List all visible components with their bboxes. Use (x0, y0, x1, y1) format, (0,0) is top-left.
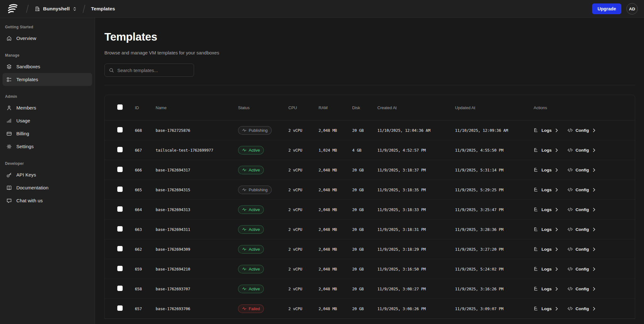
row-checkbox[interactable] (117, 167, 123, 172)
table-body: 668 base-1762725876 Publishing 2 vCPU 2,… (105, 120, 635, 319)
search-input[interactable] (117, 68, 190, 73)
credit-card-icon (6, 131, 12, 137)
logs-button[interactable]: Logs (534, 187, 558, 192)
cell-name: base-1762694313 (156, 207, 238, 212)
cell-cpu: 2 vCPU (288, 207, 319, 212)
logs-label: Logs (541, 187, 552, 192)
cell-cpu: 2 vCPU (288, 267, 319, 271)
sidebar-item-api-keys[interactable]: API Keys (3, 168, 92, 181)
sidebar-section-label: Developer (5, 161, 92, 166)
cell-updated-at: 11/9/2025, 3:16:26 PM (455, 287, 534, 291)
avatar[interactable]: AD (626, 3, 638, 14)
search-box (104, 64, 194, 77)
pulse-icon (242, 188, 247, 192)
config-button[interactable]: Config (568, 306, 596, 311)
config-button[interactable]: Config (568, 247, 596, 252)
logs-button[interactable]: Logs (534, 207, 558, 212)
sidebar-item-overview[interactable]: Overview (3, 32, 92, 45)
chevron-right-icon (592, 128, 596, 132)
pulse-icon (242, 307, 247, 310)
logs-label: Logs (541, 306, 552, 311)
row-checkbox[interactable] (117, 286, 123, 291)
cell-created-at: 11/9/2025, 3:18:35 PM (377, 187, 455, 192)
chat-icon (6, 198, 12, 204)
row-checkbox[interactable] (117, 305, 123, 311)
config-button[interactable]: Config (568, 227, 596, 232)
config-button[interactable]: Config (568, 286, 596, 291)
cell-updated-at: 11/9/2025, 5:31:14 PM (455, 168, 534, 172)
chevron-right-icon (592, 267, 596, 271)
row-checkbox[interactable] (117, 226, 123, 232)
logs-button[interactable]: Logs (534, 247, 558, 252)
code-icon (568, 148, 573, 153)
logs-button[interactable]: Logs (534, 266, 558, 271)
sidebar-item-billing[interactable]: Billing (3, 127, 92, 140)
cell-ram: 2,048 MB (319, 187, 352, 192)
row-checkbox[interactable] (117, 127, 123, 132)
config-button[interactable]: Config (568, 167, 596, 172)
cell-disk: 20 GB (352, 287, 377, 291)
logs-icon (534, 207, 539, 212)
cell-cpu: 2 vCPU (288, 128, 319, 133)
chevron-right-icon (554, 267, 558, 271)
sidebar-item-sandboxes[interactable]: Sandboxes (3, 60, 92, 73)
config-button[interactable]: Config (568, 207, 596, 212)
sidebar-item-templates[interactable]: Templates (3, 73, 92, 86)
cell-updated-at: 11/9/2025, 3:09:07 PM (455, 306, 534, 311)
row-checkbox[interactable] (117, 187, 123, 192)
cell-id: 665 (135, 187, 156, 192)
chevron-right-icon (592, 287, 596, 291)
templates-icon (6, 77, 12, 82)
breadcrumb-separator-icon (82, 4, 86, 14)
table-row: 659 base-1762694210 Active 2 vCPU 2,048 … (105, 259, 635, 279)
logs-button[interactable]: Logs (534, 128, 558, 133)
config-label: Config (575, 267, 589, 271)
logs-button[interactable]: Logs (534, 167, 558, 172)
status-badge: Publishing (238, 186, 272, 194)
cell-disk: 20 GB (352, 247, 377, 252)
cell-updated-at: 11/9/2025, 3:27:20 PM (455, 247, 534, 252)
home-icon (6, 36, 12, 41)
status-label: Active (249, 227, 260, 232)
logs-button[interactable]: Logs (534, 286, 558, 291)
sidebar-item-documentation[interactable]: Documentation (3, 181, 92, 194)
select-all-checkbox[interactable] (117, 104, 123, 110)
cell-cpu: 2 vCPU (288, 168, 319, 172)
status-label: Failed (249, 306, 260, 311)
row-checkbox[interactable] (117, 266, 123, 271)
config-button[interactable]: Config (568, 187, 596, 192)
logs-button[interactable]: Logs (534, 148, 558, 153)
config-button[interactable]: Config (568, 128, 596, 133)
config-label: Config (575, 148, 589, 153)
book-icon (6, 185, 12, 191)
config-button[interactable]: Config (568, 266, 596, 271)
table-row: 663 base-1762694311 Active 2 vCPU 2,048 … (105, 220, 635, 239)
logs-button[interactable]: Logs (534, 227, 558, 232)
upgrade-button[interactable]: Upgrade (592, 3, 621, 14)
status-label: Active (249, 168, 260, 172)
sidebar-item-settings[interactable]: Settings (3, 140, 92, 153)
status-badge: Active (238, 225, 264, 234)
column-header-id: ID (135, 105, 156, 110)
app-logo-icon[interactable] (6, 3, 20, 14)
table-row: 665 base-1762694315 Publishing 2 vCPU 2,… (105, 180, 635, 200)
sidebar-item-usage[interactable]: Usage (3, 114, 92, 127)
cell-cpu: 2 vCPU (288, 306, 319, 311)
logs-button[interactable]: Logs (534, 306, 558, 311)
config-button[interactable]: Config (568, 148, 596, 153)
gear-icon (6, 144, 12, 149)
sidebar-item-chat-with-us[interactable]: Chat with us (3, 194, 92, 207)
pulse-icon (242, 208, 247, 211)
row-checkbox[interactable] (117, 147, 123, 152)
column-header-created-at: Created At (377, 105, 455, 110)
row-checkbox[interactable] (117, 206, 123, 212)
logs-icon (534, 167, 539, 172)
org-switcher[interactable]: Bunnyshell (35, 6, 77, 12)
row-checkbox[interactable] (117, 246, 123, 251)
sidebar-item-members[interactable]: Members (3, 101, 92, 114)
main-content: Templates Browse and manage VM templates… (95, 18, 644, 324)
status-label: Active (249, 148, 260, 153)
chevron-right-icon (554, 307, 558, 311)
code-icon (568, 286, 573, 291)
app-root: Bunnyshell Templates Upgrade AD Getting … (0, 0, 644, 324)
